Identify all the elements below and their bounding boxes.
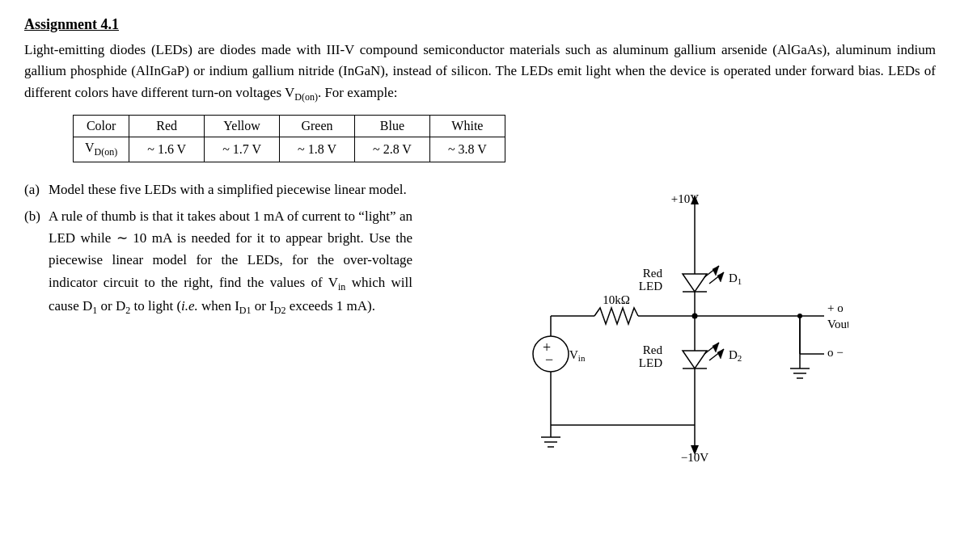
- table-header-white: White: [429, 115, 505, 137]
- circuit-svg: .circuit-text { font-family: 'Times New …: [501, 187, 848, 542]
- table-cell-white: ~ 3.8 V: [429, 137, 505, 162]
- vout-minus-label: o −: [827, 346, 844, 359]
- resistor-label: 10kΩ: [603, 293, 630, 306]
- question-b-body: A rule of thumb is that it takes about 1…: [49, 205, 412, 319]
- d2-label: D2: [729, 348, 742, 363]
- question-b-label: (b): [24, 205, 49, 227]
- table-header-green: Green: [280, 115, 355, 137]
- svg-marker-8: [713, 266, 719, 276]
- table-cell-yellow: ~ 1.7 V: [205, 137, 280, 162]
- table-row-label: VD(on): [74, 137, 129, 162]
- assignment-title: Assignment 4.1: [24, 16, 936, 33]
- svg-marker-30: [713, 343, 719, 352]
- question-b: (b) A rule of thumb is that it takes abo…: [24, 205, 412, 319]
- table-header-color: Color: [74, 115, 129, 137]
- vout-plus-label: + o: [827, 301, 844, 314]
- table-cell-red: ~ 1.6 V: [129, 137, 205, 162]
- led-table: Color Red Yellow Green Blue White VD(on)…: [73, 115, 505, 162]
- intro-paragraph: Light-emitting diodes (LEDs) are diodes …: [24, 40, 936, 105]
- questions-container: (a) Model these five LEDs with a simplif…: [24, 179, 412, 324]
- vin-minus-sign: −: [545, 352, 553, 368]
- page-container: Assignment 4.1 Light-emitting diodes (LE…: [24, 16, 936, 542]
- circuit-diagram: .circuit-text { font-family: 'Times New …: [412, 179, 936, 542]
- table-cell-green: ~ 1.8 V: [280, 137, 355, 162]
- red-led2-label2: LED: [638, 356, 662, 369]
- svg-marker-26: [683, 351, 707, 368]
- svg-marker-10: [717, 272, 724, 282]
- svg-marker-4: [683, 274, 707, 292]
- vout-label: Vout: [827, 318, 848, 331]
- red-led2-label: Red: [642, 343, 662, 356]
- bottom-section: (a) Model these five LEDs with a simplif…: [24, 179, 936, 542]
- table-cell-blue: ~ 2.8 V: [355, 137, 430, 162]
- question-a: (a) Model these five LEDs with a simplif…: [24, 179, 412, 200]
- table-header-red: Red: [129, 115, 205, 137]
- question-a-body: Model these five LEDs with a simplified …: [49, 179, 407, 200]
- table-header-blue: Blue: [355, 115, 430, 137]
- svg-marker-32: [717, 349, 724, 359]
- table-header-yellow: Yellow: [205, 115, 280, 137]
- question-a-label: (a): [24, 179, 49, 200]
- vin-label: Vin: [569, 348, 586, 363]
- red-led1-label: Red: [642, 267, 662, 280]
- d1-label: D1: [729, 272, 742, 286]
- red-led1-label2: LED: [638, 280, 662, 293]
